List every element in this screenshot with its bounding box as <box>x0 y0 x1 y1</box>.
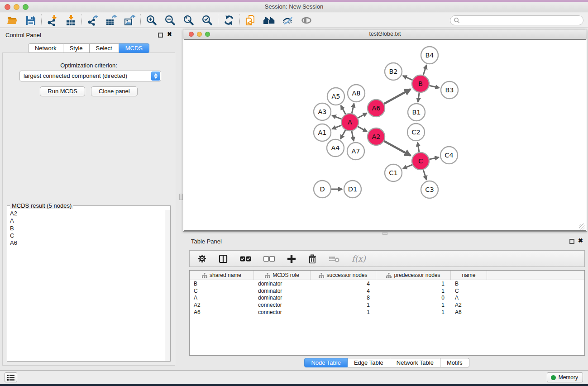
graph-node-C3[interactable]: C3 <box>421 181 438 198</box>
minimize-network-button[interactable] <box>197 32 202 37</box>
cell-shared-name[interactable]: A2 <box>190 302 254 308</box>
run-mcds-button[interactable]: Run MCDS <box>40 86 85 96</box>
cell-successor-nodes[interactable]: 1 <box>311 302 376 308</box>
delete-column-trash-icon[interactable] <box>308 254 316 263</box>
graph-node-A2[interactable]: A2 <box>368 128 385 145</box>
graph-edge-A2-C[interactable] <box>384 141 411 156</box>
mcds-result-list[interactable]: A2 A B C A6 <box>8 210 165 361</box>
graph-node-B1[interactable]: B1 <box>408 104 425 121</box>
function-builder-icon[interactable]: f(x) <box>352 254 366 263</box>
tab-select[interactable]: Select <box>90 43 119 53</box>
graph-node-B[interactable]: B <box>412 75 429 92</box>
cell-successor-nodes[interactable]: 4 <box>311 288 376 294</box>
column-header-successor-nodes[interactable]: successor nodes <box>311 271 376 280</box>
graph-edge-A-A8[interactable] <box>352 103 354 114</box>
table-row[interactable]: B dominator 4 1 B <box>190 280 584 287</box>
graph-node-A7[interactable]: A7 <box>347 143 364 160</box>
graph-node-A6[interactable]: A6 <box>368 100 385 117</box>
save-session-button[interactable] <box>21 14 40 27</box>
export-image-button[interactable] <box>120 14 139 27</box>
graph-edge-B-B4[interactable] <box>423 65 426 76</box>
tab-motifs[interactable]: Motifs <box>440 358 469 367</box>
graph-edge-B-B1[interactable] <box>418 92 419 102</box>
search-input[interactable] <box>460 16 583 24</box>
graph-edge-C-C2[interactable] <box>418 143 420 153</box>
graph-edge-B-B2[interactable] <box>403 76 413 80</box>
select-all-icon[interactable] <box>240 256 251 262</box>
graph-node-B4[interactable]: B4 <box>421 47 438 64</box>
graph-edge-A-A3[interactable] <box>332 115 342 119</box>
graph-node-C4[interactable]: C4 <box>440 147 458 164</box>
graph-node-C1[interactable]: C1 <box>385 164 402 181</box>
float-panel-button[interactable] <box>158 33 163 38</box>
settings-gear-icon[interactable] <box>198 254 206 263</box>
graph-edge-A-A5[interactable] <box>341 105 346 114</box>
graph-node-A8[interactable]: A8 <box>348 85 365 102</box>
graph-edge-A-A2[interactable] <box>358 126 367 132</box>
column-view-icon[interactable] <box>219 254 228 263</box>
graph-node-A5[interactable]: A5 <box>327 88 344 105</box>
column-header-predecessor-nodes[interactable]: predecessor nodes <box>376 271 451 280</box>
table-row[interactable]: A2 connector 1 1 A2 <box>190 301 584 309</box>
cell-name[interactable]: B <box>451 281 487 287</box>
splitter-handle[interactable] <box>179 194 183 200</box>
cell-shared-name[interactable]: A6 <box>190 309 254 315</box>
zoom-window-button[interactable] <box>23 4 29 10</box>
float-panel-button[interactable] <box>569 239 574 244</box>
cell-successor-nodes[interactable]: 8 <box>311 295 376 301</box>
splitter-handle[interactable] <box>382 232 387 235</box>
cell-name[interactable]: C <box>451 288 487 294</box>
zoom-in-button[interactable] <box>142 14 161 27</box>
column-header-shared-name[interactable]: shared name <box>190 271 254 280</box>
cell-shared-name[interactable]: B <box>190 281 254 287</box>
cell-shared-name[interactable]: A <box>190 295 254 301</box>
cell-shared-name[interactable]: C <box>190 288 254 294</box>
deselect-all-icon[interactable] <box>263 256 275 262</box>
cell-predecessor-nodes[interactable]: 1 <box>376 309 451 315</box>
zoom-fit-button[interactable] <box>179 14 198 27</box>
duplicate-network-button[interactable] <box>241 14 260 27</box>
cell-predecessor-nodes[interactable]: 1 <box>376 288 451 294</box>
graph-node-C2[interactable]: C2 <box>407 124 425 141</box>
show-all-button[interactable] <box>297 14 316 27</box>
graph-edge-B-B3[interactable] <box>429 86 440 88</box>
graph-edge-A6-B[interactable] <box>384 89 411 104</box>
cell-mcds-role[interactable]: dominator <box>254 295 311 301</box>
tab-network-table[interactable]: Network Table <box>390 358 440 367</box>
hide-selected-button[interactable] <box>278 14 297 27</box>
graph-node-D1[interactable]: D1 <box>344 181 361 198</box>
import-table-button[interactable] <box>62 14 80 27</box>
close-panel-button-inline[interactable]: Close panel <box>91 86 138 96</box>
tab-node-table[interactable]: Node Table <box>304 358 348 367</box>
close-panel-button[interactable]: ✖ <box>167 31 172 38</box>
network-canvas[interactable]: B4B2BB3A8A5A6A3B1AC2A1A2A4A7C4CC1C3DD1 <box>184 39 586 231</box>
criterion-dropdown[interactable]: largest connected component (directed) <box>19 71 161 81</box>
export-network-button[interactable] <box>83 14 102 27</box>
memory-button[interactable]: Memory <box>547 372 583 382</box>
close-window-button[interactable] <box>5 4 10 10</box>
zoom-out-button[interactable] <box>161 14 179 27</box>
table-row[interactable]: A6 connector 1 1 A6 <box>190 309 584 316</box>
list-item[interactable]: A6 <box>8 239 165 247</box>
list-item[interactable]: B <box>8 225 165 232</box>
minimize-window-button[interactable] <box>14 4 19 10</box>
graph-node-B3[interactable]: B3 <box>441 81 458 99</box>
import-network-button[interactable] <box>43 14 62 27</box>
list-item[interactable]: A2 <box>8 210 165 217</box>
tab-edge-table[interactable]: Edge Table <box>348 358 390 367</box>
cell-name[interactable]: A <box>451 295 487 301</box>
export-table-button[interactable] <box>102 14 120 27</box>
task-history-button[interactable] <box>5 372 17 382</box>
cell-mcds-role[interactable]: connector <box>254 302 311 308</box>
cell-successor-nodes[interactable]: 4 <box>311 281 376 287</box>
graph-node-D[interactable]: D <box>314 181 331 198</box>
refresh-button[interactable] <box>220 14 238 27</box>
column-header-name[interactable]: name <box>451 271 487 280</box>
graph-edge-A-A7[interactable] <box>352 131 354 141</box>
resize-grip-icon[interactable] <box>579 224 585 230</box>
tab-style[interactable]: Style <box>63 43 90 53</box>
table-row[interactable]: A dominator 8 0 A <box>190 295 584 302</box>
graph-node-A3[interactable]: A3 <box>314 103 331 120</box>
graph-edge-A-A1[interactable] <box>332 125 342 129</box>
graph-edge-C-C1[interactable] <box>403 165 412 169</box>
